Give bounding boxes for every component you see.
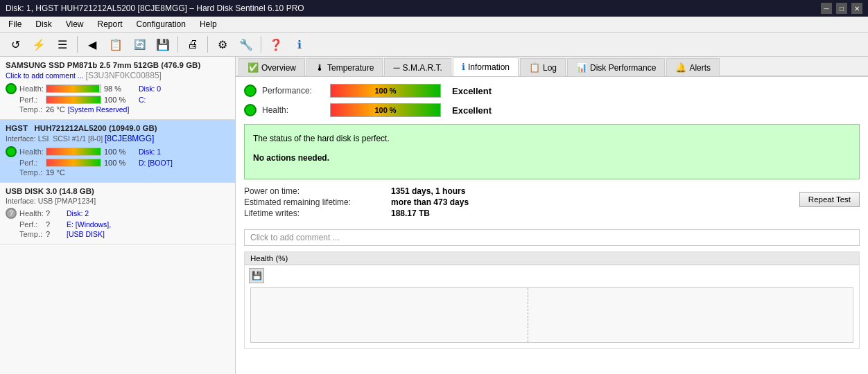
tab-log-label: Log — [543, 63, 557, 73]
disk-1-perf-fill — [46, 159, 101, 166]
writes-value: 188.17 TB — [391, 208, 799, 218]
performance-label: Performance: — [262, 86, 324, 96]
tab-smart-label: S.M.A.R.T. — [403, 63, 442, 73]
lifetime-label: Estimated remaining lifetime: — [244, 197, 383, 207]
tab-log[interactable]: 📋 Log — [520, 58, 566, 76]
disk-0-temp-value: 26 °C — [46, 105, 65, 114]
save-button[interactable]: 💾 — [152, 35, 174, 54]
disk-0-health-label: Health: — [19, 84, 46, 93]
health-result: Excellent — [452, 105, 492, 116]
status-message-1: The status of the hard disk is perfect. — [253, 132, 851, 147]
toolbar-separator-2 — [177, 36, 178, 53]
main-layout: SAMSUNG SSD PM871b 2.5 7mm 512GB (476.9 … — [0, 57, 868, 374]
performance-row: Performance: 100 % Excellent — [244, 84, 860, 98]
tab-disk-performance-label: Disk Performance — [590, 63, 656, 73]
refresh-button[interactable]: ↺ — [4, 35, 26, 54]
update-button[interactable]: 🔄 — [128, 35, 150, 54]
performance-ok-icon — [244, 84, 257, 97]
menu-button[interactable]: ☰ — [51, 35, 73, 54]
temperature-icon: 🌡 — [315, 62, 324, 73]
titlebar-controls: ─ □ ✕ — [821, 3, 862, 14]
disk-0-health-value: 98 % — [104, 84, 139, 93]
disk-item-0[interactable]: SAMSUNG SSD PM871b 2.5 7mm 512GB (476.9 … — [0, 57, 235, 120]
log-icon: 📋 — [529, 62, 540, 73]
titlebar: Disk: 1, HGST HUH721212AL5200 [8CJE8MGG]… — [0, 0, 868, 17]
tab-temperature[interactable]: 🌡 Temperature — [306, 58, 383, 76]
disk-performance-icon: 📊 — [576, 62, 587, 73]
disk-0-perf-label: Perf.: — [19, 96, 46, 104]
disk-1-title: HGST HUH721212AL5200 (10949.0 GB) — [6, 124, 229, 132]
tab-information-label: Information — [468, 62, 510, 72]
chart-grid-line-1 — [528, 288, 528, 342]
disk-item-2[interactable]: USB DISK 3.0 (14.8 GB) Interface: USB [P… — [0, 183, 235, 244]
disk-2-title: USB DISK 3.0 (14.8 GB) — [6, 187, 229, 195]
save-icon: 💾 — [252, 271, 262, 280]
disk-1-health-extra: Disk: 1 — [139, 148, 161, 156]
disk-1-health-row: Health: 100 % Disk: 1 — [6, 146, 229, 157]
disk-0-health-fill — [46, 85, 99, 92]
disk-0-health-row: Health: 98 % Disk: 0 — [6, 83, 229, 94]
disk-item-1[interactable]: HGST HUH721212AL5200 (10949.0 GB) Interf… — [0, 120, 235, 183]
alerts-icon: 🔔 — [675, 62, 686, 73]
print-button[interactable]: 🖨 — [182, 35, 204, 54]
disk-2-health-value: ? — [46, 209, 67, 217]
chart-area — [250, 287, 853, 343]
disk-1-health-label: Health: — [19, 148, 46, 156]
tools-button[interactable]: 🔧 — [235, 35, 257, 54]
information-icon: ℹ — [462, 62, 465, 72]
disk-2-perf-row: Perf.: ? E: [Windows], — [6, 220, 229, 229]
close-button[interactable]: ✕ — [851, 3, 862, 14]
tab-disk-performance[interactable]: 📊 Disk Performance — [567, 58, 665, 76]
disk-0-perf-row: Perf.: 100 % C: — [6, 96, 229, 104]
settings-button[interactable]: ⚙ — [211, 35, 234, 54]
health-row: Health: 100 % Excellent — [244, 103, 860, 117]
performance-bar-text: 100 % — [374, 87, 396, 95]
menu-configuration[interactable]: Configuration — [131, 18, 191, 30]
toolbar: ↺ ⚡ ☰ ◀ 📋 🔄 💾 🖨 ⚙ 🔧 ❓ ℹ — [0, 33, 868, 57]
writes-label: Lifetime writes: — [244, 208, 383, 218]
disk-1-health-bar — [46, 148, 101, 156]
disk-2-perf-label: Perf.: — [19, 220, 46, 229]
back-button[interactable]: ◀ — [81, 35, 103, 54]
disk-0-temp-row: Temp.: 26 °C [System Reserved] — [6, 105, 229, 114]
performance-result: Excellent — [452, 86, 492, 96]
maximize-button[interactable]: □ — [836, 3, 847, 14]
menu-disk[interactable]: Disk — [30, 18, 57, 30]
disk-0-perf-extra: C: — [139, 96, 146, 104]
disk-0-serial: [S3U3NF0KC00885] — [86, 71, 162, 80]
disk-0-perf-value: 100 % — [104, 96, 139, 104]
tab-information[interactable]: ℹ Information — [453, 57, 519, 76]
tab-smart[interactable]: ─ S.M.A.R.T. — [384, 58, 451, 76]
disk-1-health-fill — [46, 148, 101, 155]
chart-save-button[interactable]: 💾 — [249, 268, 264, 283]
disk-2-temp-value: ? — [46, 230, 67, 238]
report-button[interactable]: 📋 — [105, 35, 127, 54]
disk-0-comment[interactable]: Click to add comment ... [S3U3NF0KC00885… — [6, 71, 229, 80]
disk-1-perf-extra: D: [BOOT] — [139, 159, 173, 167]
chart-section: Health (%) 💾 — [244, 251, 860, 349]
toolbar-separator-4 — [261, 36, 261, 53]
disk-0-title: SAMSUNG SSD PM871b 2.5 7mm 512GB (476.9 … — [6, 61, 229, 69]
menu-help[interactable]: Help — [194, 18, 223, 30]
tab-alerts[interactable]: 🔔 Alerts — [666, 58, 720, 76]
repeat-test-button[interactable]: Repeat Test — [799, 192, 860, 207]
health-bar-text: 100 % — [374, 106, 396, 114]
disk-2-interface: Interface: USB [PMAP1234] — [6, 197, 229, 205]
smart-icon: ─ — [393, 62, 399, 73]
menu-file[interactable]: File — [3, 18, 27, 30]
comment-field[interactable]: Click to add comment ... — [244, 229, 860, 246]
disk-1-health-value: 100 % — [104, 148, 139, 156]
menu-report[interactable]: Report — [92, 18, 128, 30]
disk-2-health-row: ? Health: ? Disk: 2 — [6, 208, 229, 219]
menu-view[interactable]: View — [60, 18, 89, 30]
tab-overview[interactable]: ✅ Overview — [238, 58, 305, 76]
minimize-button[interactable]: ─ — [821, 3, 832, 14]
tab-overview-label: Overview — [261, 63, 296, 73]
disk-0-temp-label: Temp.: — [19, 105, 46, 114]
help-button[interactable]: ❓ — [265, 35, 287, 54]
power-button[interactable]: ⚡ — [28, 35, 50, 54]
info-button[interactable]: ℹ — [288, 35, 311, 54]
toolbar-separator-3 — [207, 36, 208, 53]
disk-2-temp-extra: [USB DISK] — [67, 230, 105, 238]
disk-2-health-icon: ? — [6, 208, 17, 219]
